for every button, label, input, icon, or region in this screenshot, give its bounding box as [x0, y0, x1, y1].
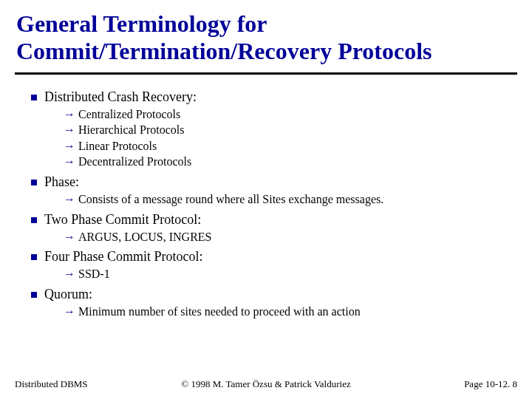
footer-left: Distributed DBMS: [15, 378, 88, 390]
list-item: Distributed Crash Recovery: →Centralized…: [44, 89, 510, 170]
sublist: →SSD-1: [44, 265, 510, 282]
item-label: Four Phase Commit Protocol:: [44, 249, 203, 264]
sub-text: Linear Protocols: [78, 140, 157, 152]
sub-item: →Hierarchical Protocols: [64, 122, 510, 138]
sub-item: →Minimum number of sites needed to proce…: [64, 304, 510, 320]
arrow-icon: →: [64, 304, 78, 320]
arrow-icon: →: [64, 191, 78, 208]
slide-title: General Terminology for Commit/Terminati…: [0, 0, 532, 69]
square-bullet-icon: [31, 180, 37, 185]
arrow-icon: →: [64, 122, 78, 138]
title-line-2: Commit/Termination/Recovery Protocols: [16, 38, 432, 64]
arrow-icon: →: [64, 138, 78, 154]
sublist: →Minimum number of sites needed to proce…: [44, 302, 510, 320]
square-bullet-icon: [31, 292, 37, 298]
sublist: →Centralized Protocols →Hierarchical Pro…: [44, 105, 510, 170]
sub-text: Decentralized Protocols: [78, 155, 191, 168]
content-area: Distributed Crash Recovery: →Centralized…: [0, 75, 532, 320]
square-bullet-icon: [31, 217, 37, 223]
title-line-1: General Terminology for: [16, 10, 267, 37]
footer: Distributed DBMS © 1998 M. Tamer Özsu & …: [0, 378, 532, 390]
sub-text: SSD-1: [78, 267, 110, 280]
arrow-icon: →: [64, 266, 78, 282]
list-item: Quorum: →Minimum number of sites needed …: [44, 287, 510, 320]
sub-text: Centralized Protocols: [78, 108, 180, 120]
square-bullet-icon: [31, 254, 37, 260]
sublist: →ARGUS, LOCUS, INGRES: [44, 228, 510, 245]
sub-text: Hierarchical Protocols: [78, 123, 185, 136]
list-item: Two Phase Commit Protocol: →ARGUS, LOCUS…: [44, 212, 510, 245]
item-label: Quorum:: [44, 287, 92, 301]
item-label: Phase:: [44, 174, 79, 189]
square-bullet-icon: [31, 95, 37, 100]
list-item: Phase: →Consists of a message round wher…: [44, 174, 510, 208]
sub-item: →ARGUS, LOCUS, INGRES: [64, 229, 510, 245]
sub-text: Minimum number of sites needed to procee…: [78, 305, 361, 318]
arrow-icon: →: [64, 229, 78, 245]
arrow-icon: →: [64, 106, 78, 123]
sub-text: ARGUS, LOCUS, INGRES: [78, 231, 211, 243]
arrow-icon: →: [64, 154, 78, 170]
list-item: Four Phase Commit Protocol: →SSD-1: [44, 249, 510, 282]
sub-item: →Consists of a message round where all S…: [64, 191, 510, 208]
sub-item: →Decentralized Protocols: [64, 154, 510, 170]
sub-text: Consists of a message round where all Si…: [78, 193, 383, 205]
slide: General Terminology for Commit/Terminati…: [0, 0, 532, 399]
sub-item: →SSD-1: [64, 266, 510, 282]
sublist: →Consists of a message round where all S…: [44, 190, 510, 208]
item-label: Distributed Crash Recovery:: [44, 89, 197, 104]
item-label: Two Phase Commit Protocol:: [44, 212, 201, 227]
footer-right: Page 10-12. 8: [464, 378, 517, 390]
sub-item: →Linear Protocols: [64, 138, 510, 154]
sub-item: →Centralized Protocols: [64, 106, 510, 123]
